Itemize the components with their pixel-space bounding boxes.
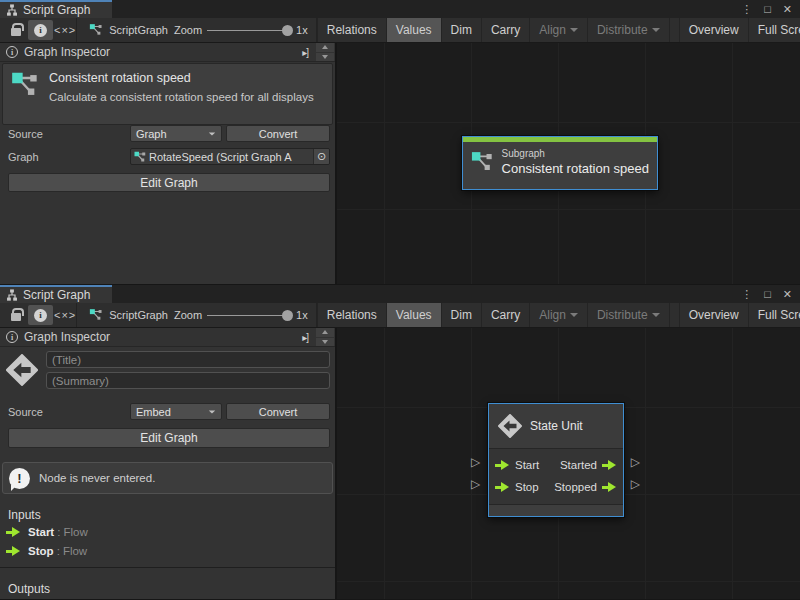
- zoom-slider[interactable]: [207, 30, 291, 31]
- triangle-down-icon: [322, 340, 328, 344]
- source-dropdown[interactable]: Graph: [130, 125, 222, 142]
- inspector-scroll-stepper: [316, 328, 334, 346]
- script-graph-icon: [89, 308, 103, 322]
- graph-canvas[interactable]: State Unit Start Started: [337, 328, 800, 599]
- more-icon[interactable]: ⋮: [741, 3, 752, 16]
- source-dropdown[interactable]: Embed: [130, 403, 222, 420]
- graph-title-zone: ScriptGraph Zoom 1x: [77, 18, 316, 42]
- values-button[interactable]: Values: [386, 18, 441, 42]
- lock-button[interactable]: [5, 303, 27, 327]
- graph-asset-name: RotateSpeed (Script Graph A: [149, 151, 313, 163]
- code-view-button[interactable]: <×>: [54, 24, 76, 36]
- dock-icon[interactable]: ▸]: [302, 332, 310, 343]
- source-row: Source Embed Convert: [8, 403, 330, 420]
- info-icon: i: [34, 309, 47, 322]
- graph-inspector-panel: i Graph Inspector ▸]: [0, 43, 337, 284]
- close-icon[interactable]: ✕: [783, 288, 792, 301]
- convert-button[interactable]: Convert: [226, 403, 330, 420]
- object-picker-icon[interactable]: ⊙: [313, 149, 329, 164]
- scroll-up-button[interactable]: [316, 43, 334, 52]
- tab-script-graph[interactable]: Script Graph: [0, 0, 112, 18]
- lock-button[interactable]: [5, 18, 27, 42]
- graph-description-box: Consistent rotation speed Calculate a co…: [2, 63, 333, 125]
- triangle-down-icon: [322, 55, 328, 59]
- more-icon[interactable]: ⋮: [741, 288, 752, 301]
- graph-canvas[interactable]: Subgraph Consistent rotation speed: [337, 43, 800, 284]
- external-port-triangle-icon[interactable]: ▷: [631, 456, 640, 468]
- subgraph-node[interactable]: Subgraph Consistent rotation speed: [462, 136, 658, 190]
- scroll-down-button[interactable]: [316, 338, 334, 347]
- divider: [0, 567, 335, 568]
- outputs-header: Outputs: [8, 582, 335, 596]
- warning-text: Node is never entered.: [39, 472, 155, 484]
- external-port-triangle-icon[interactable]: ▷: [471, 456, 480, 468]
- external-port-triangle-icon[interactable]: ▷: [631, 478, 640, 490]
- carry-button[interactable]: Carry: [481, 18, 529, 42]
- graph-title: Consistent rotation speed: [49, 71, 314, 85]
- dim-button[interactable]: Dim: [441, 303, 481, 327]
- zoom-control: Zoom 1x: [174, 309, 308, 321]
- full-screen-button[interactable]: Full Screen: [748, 18, 800, 42]
- node-footer: [489, 504, 623, 516]
- output-port-label: Stopped: [554, 481, 597, 493]
- external-port-triangle-icon[interactable]: ▷: [471, 478, 480, 490]
- output-port[interactable]: Started: [560, 459, 617, 471]
- tab-label: Script Graph: [23, 288, 90, 302]
- source-label: Source: [8, 406, 130, 418]
- title-input[interactable]: [46, 351, 330, 368]
- edit-graph-button[interactable]: Edit Graph: [8, 428, 330, 448]
- values-button[interactable]: Values: [386, 303, 441, 327]
- subgraph-icon: [471, 149, 494, 175]
- zoom-slider[interactable]: [207, 315, 291, 316]
- maximize-icon[interactable]: □: [764, 3, 771, 15]
- output-port[interactable]: Stopped: [554, 481, 617, 493]
- maximize-icon[interactable]: □: [764, 288, 771, 300]
- close-icon[interactable]: ✕: [783, 3, 792, 16]
- dim-button[interactable]: Dim: [441, 18, 481, 42]
- dock-icon[interactable]: ▸]: [302, 47, 310, 58]
- window-controls: ⋮ □ ✕: [741, 0, 800, 18]
- graph-object-field[interactable]: RotateSpeed (Script Graph A ⊙: [130, 148, 330, 165]
- convert-button[interactable]: Convert: [226, 125, 330, 142]
- relations-button[interactable]: Relations: [317, 18, 386, 42]
- lock-icon: [11, 28, 21, 36]
- code-view-button[interactable]: <×>: [54, 309, 76, 321]
- graph-type-label: ScriptGraph: [109, 24, 168, 36]
- chevron-down-icon: [570, 313, 578, 317]
- scroll-up-button[interactable]: [316, 328, 334, 337]
- input-port-label: Stop: [515, 481, 539, 493]
- edit-graph-button[interactable]: Edit Graph: [8, 173, 330, 192]
- input-port[interactable]: Stop: [495, 481, 539, 493]
- chevron-down-icon: [209, 410, 215, 413]
- zoom-slider-handle[interactable]: [282, 25, 293, 36]
- carry-button[interactable]: Carry: [481, 303, 529, 327]
- inputs-header: Inputs: [8, 508, 335, 522]
- relations-button[interactable]: Relations: [317, 303, 386, 327]
- graph-inspector-header: i Graph Inspector ▸]: [0, 43, 335, 62]
- graph-asset-row: Graph RotateSpeed (Script Graph A ⊙: [8, 148, 330, 165]
- flow-arrow-icon: [602, 460, 617, 470]
- tab-script-graph[interactable]: Script Graph: [0, 285, 112, 303]
- overview-button[interactable]: Overview: [679, 18, 748, 42]
- info-icon: i: [6, 331, 18, 343]
- subgraph-icon: [11, 71, 39, 99]
- inspector-toggle-button[interactable]: i: [28, 305, 53, 325]
- full-screen-button[interactable]: Full Screen: [748, 303, 800, 327]
- state-unit-node[interactable]: State Unit Start Started: [488, 403, 624, 517]
- port-separator: :: [57, 545, 60, 557]
- scroll-down-button[interactable]: [316, 53, 334, 62]
- align-label: Align: [539, 308, 566, 322]
- graph-field-label: Graph: [8, 151, 130, 163]
- zoom-slider-handle[interactable]: [282, 310, 293, 321]
- flow-arrow-icon: [6, 527, 21, 537]
- inspector-toggle-button[interactable]: i: [28, 20, 53, 40]
- flow-arrow-icon: [6, 546, 21, 556]
- input-port[interactable]: Start: [495, 459, 539, 471]
- zoom-label: Zoom: [174, 24, 202, 36]
- output-port-label: Started: [560, 459, 597, 471]
- source-row: Source Graph Convert: [8, 125, 330, 142]
- distribute-button: Distribute: [587, 303, 669, 327]
- triangle-up-icon: [322, 45, 328, 49]
- overview-button[interactable]: Overview: [679, 303, 748, 327]
- summary-input[interactable]: [46, 372, 330, 389]
